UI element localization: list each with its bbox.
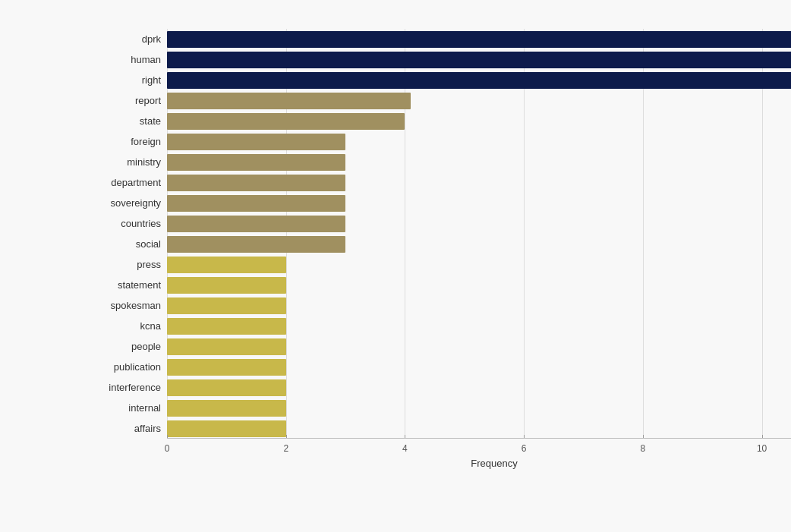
bar-label: affairs [134, 420, 161, 437]
bar [167, 379, 286, 396]
bar [167, 277, 286, 294]
bar [167, 195, 345, 212]
bar [167, 318, 286, 335]
grid-line [762, 29, 763, 439]
x-tick: 2 [283, 443, 288, 454]
bar-label: dprk [142, 31, 161, 48]
bar [167, 93, 411, 109]
x-tick: 10 [757, 443, 767, 454]
bar-label: countries [121, 216, 161, 232]
x-tick: 8 [641, 443, 646, 454]
x-axis-line [167, 438, 791, 439]
bar [167, 359, 286, 376]
bar-label: kcna [140, 318, 161, 335]
bar-label: statement [118, 277, 161, 294]
bar [167, 236, 345, 253]
bar [167, 400, 286, 417]
bar-label: publication [114, 359, 161, 376]
bar-label: internal [128, 400, 161, 417]
grid-line [405, 29, 405, 439]
x-tick: 4 [402, 443, 408, 454]
bar [167, 420, 286, 437]
bar [167, 52, 791, 68]
bar [167, 297, 286, 314]
bar-label: department [111, 175, 161, 191]
bar-label: foreign [131, 134, 161, 150]
grid-line [286, 29, 287, 439]
grid-line [643, 29, 644, 439]
grid-line [524, 29, 525, 439]
bar [167, 154, 345, 171]
bar-label: social [136, 236, 161, 253]
bar-label: interference [109, 379, 161, 396]
bar-label: report [135, 93, 161, 109]
bar-label: sovereignty [111, 195, 161, 212]
grid-line [167, 29, 168, 439]
chart-container: dprkhumanrightreportstateforeignministry… [0, 0, 791, 532]
bar-label: ministry [127, 154, 161, 171]
bar-label: state [140, 113, 161, 130]
bar [167, 216, 345, 232]
bar-label: spokesman [111, 297, 161, 314]
bar [167, 134, 345, 150]
bar [167, 72, 791, 89]
bar [167, 113, 405, 130]
x-axis-label: Frequency [471, 458, 517, 469]
bar [167, 31, 791, 48]
x-tick: 0 [165, 443, 170, 454]
bar-label: press [137, 257, 161, 273]
x-tick: 6 [522, 443, 527, 454]
bar [167, 257, 286, 273]
bar-label: right [142, 72, 161, 89]
bar-label: human [131, 52, 161, 68]
bar [167, 338, 286, 355]
bar-label: people [131, 338, 161, 355]
bar [167, 175, 345, 191]
